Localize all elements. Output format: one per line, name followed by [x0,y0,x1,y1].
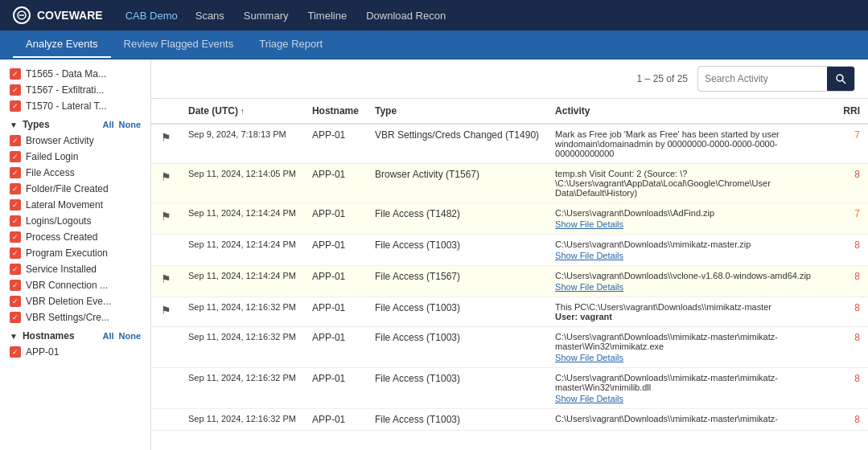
checkbox-folder-file[interactable]: ✓ [10,183,21,194]
flag-cell [151,409,180,431]
activity-cell: This PC\C:\Users\vagrant\Downloads\\mimi… [547,297,835,327]
checkbox-lateral[interactable]: ✓ [10,199,21,211]
nav-summary[interactable]: Summary [242,6,290,25]
checkbox-t1565[interactable]: ✓ [10,68,21,80]
sidebar-label-logins: Logins/Logouts [26,215,141,227]
activity-cell: C:\Users\vagrant\Downloads\\mimikatz-mas… [547,368,835,409]
table-row: Sep 11, 2024, 12:14:24 PMAPP-01File Acce… [151,235,868,266]
date-cell: Sep 11, 2024, 12:16:32 PM [180,297,304,327]
logo-circle [13,6,31,24]
sidebar-item-vbr-deletion[interactable]: ✓ VBR Deletion Eve... [0,293,150,309]
checkbox-vbr-settings[interactable]: ✓ [10,312,21,323]
sidebar-item-browser-activity[interactable]: ✓ Browser Activity [0,133,150,149]
hostname-cell: APP-01 [304,164,367,203]
sidebar-item-vbr-settings[interactable]: ✓ VBR Settings/Cre... [0,309,150,325]
hostnames-none-link[interactable]: None [119,331,142,341]
nav-scans[interactable]: Scans [194,6,226,25]
nav-timeline[interactable]: Timeline [306,6,348,25]
sidebar-label-t1565: T1565 - Data Ma... [26,68,141,80]
flag-icon[interactable]: ⚑ [161,131,171,144]
checkbox-file-access[interactable]: ✓ [10,167,21,178]
sidebar-item-t1565[interactable]: ✓ T1565 - Data Ma... [0,66,150,82]
hostnames-section: ▼ Hostnames All None [0,325,150,344]
type-cell: File Access (T1482) [367,203,547,235]
types-all-link[interactable]: All [102,120,113,129]
table-row: Sep 11, 2024, 12:16:32 PMAPP-01File Acce… [151,327,868,368]
sidebar: ✓ T1565 - Data Ma... ✓ T1567 - Exfiltrat… [0,59,151,450]
checkbox-browser[interactable]: ✓ [10,135,21,146]
col-hostname: Hostname [304,99,367,124]
date-cell: Sep 11, 2024, 12:14:24 PM [180,203,304,235]
activity-cell: Mark as Free job 'Mark as Free' has been… [547,124,835,164]
types-none-link[interactable]: None [119,120,142,129]
type-cell: File Access (T1003) [367,368,547,409]
sidebar-item-t1570[interactable]: ✓ T1570 - Lateral T... [0,98,150,114]
events-table-wrap: Date (UTC) Hostname Type Activity RRI ⚑S… [151,99,868,450]
search-box [697,66,855,92]
sidebar-label-service: Service Installed [26,264,141,275]
sidebar-item-failed-login[interactable]: ✓ Failed Login [0,149,150,165]
checkbox-t1567[interactable]: ✓ [10,84,21,96]
col-date[interactable]: Date (UTC) [180,99,304,124]
tab-bar: Analyze Events Review Flagged Events Tri… [0,31,868,59]
flag-icon[interactable]: ⚑ [161,210,171,223]
tab-triage-report[interactable]: Triage Report [246,31,335,58]
sidebar-item-app01[interactable]: ✓ APP-01 [0,344,150,360]
sidebar-item-t1567[interactable]: ✓ T1567 - Exfiltrati... [0,82,150,98]
hostnames-toggle: ▼ [10,332,18,341]
checkbox-failed-login[interactable]: ✓ [10,151,21,162]
hostnames-all-link[interactable]: All [102,331,113,341]
checkbox-app01[interactable]: ✓ [10,346,21,358]
sidebar-item-folder-file-created[interactable]: ✓ Folder/File Created [0,181,150,197]
types-links: All None [102,120,141,129]
checkbox-logins[interactable]: ✓ [10,215,21,227]
show-file-details-link[interactable]: Show File Details [555,282,827,292]
table-row: ⚑Sep 9, 2024, 7:18:13 PMAPP-01VBR Settin… [151,124,868,164]
type-cell: File Access (T1003) [367,297,547,327]
sidebar-item-program-execution[interactable]: ✓ Program Execution [0,245,150,261]
col-activity: Activity [547,99,835,124]
flag-icon[interactable]: ⚑ [161,170,171,183]
checkbox-process[interactable]: ✓ [10,231,21,243]
events-table: Date (UTC) Hostname Type Activity RRI ⚑S… [151,99,868,431]
tab-analyze-events[interactable]: Analyze Events [13,31,111,58]
sidebar-item-file-access[interactable]: ✓ File Access [0,165,150,181]
type-cell: File Access (T1567) [367,266,547,297]
type-cell: VBR Settings/Creds Changed (T1490) [367,124,547,164]
checkbox-program[interactable]: ✓ [10,248,21,259]
activity-cell: C:\Users\vagrant\Downloads\\mimikatz-mas… [547,409,835,431]
show-file-details-link[interactable]: Show File Details [555,394,827,403]
show-file-details-link[interactable]: Show File Details [555,251,827,260]
checkbox-t1570[interactable]: ✓ [10,100,21,112]
checkbox-vbr-del[interactable]: ✓ [10,296,21,307]
activity-cell: temp.sh Visit Count: 2 (Source: \?\C:\Us… [547,164,835,203]
search-button[interactable] [827,66,854,92]
col-rri: RRI [835,99,868,124]
date-cell: Sep 9, 2024, 7:18:13 PM [180,124,304,164]
logo: COVEWARE [13,6,103,24]
toolbar: 1 – 25 of 25 [151,59,868,99]
sidebar-item-lateral-movement[interactable]: ✓ Lateral Movement [0,197,150,213]
flag-icon[interactable]: ⚑ [161,272,171,285]
nav-download-recon[interactable]: Download Recon [364,6,447,25]
sidebar-item-vbr-connection[interactable]: ✓ VBR Connection ... [0,277,150,293]
table-row: ⚑Sep 11, 2024, 12:14:24 PMAPP-01File Acc… [151,266,868,297]
checkbox-service[interactable]: ✓ [10,264,21,275]
sidebar-item-service-installed[interactable]: ✓ Service Installed [0,261,150,277]
show-file-details-link[interactable]: Show File Details [555,219,827,229]
flag-icon[interactable]: ⚑ [161,304,171,317]
rri-cell: 7 [835,124,868,164]
sidebar-item-logins-logouts[interactable]: ✓ Logins/Logouts [0,213,150,229]
flag-cell: ⚑ [151,124,180,164]
show-file-details-link[interactable]: Show File Details [555,353,827,362]
rri-cell: 8 [835,235,868,266]
sidebar-item-process-created[interactable]: ✓ Process Created [0,229,150,245]
date-cell: Sep 11, 2024, 12:16:32 PM [180,327,304,368]
flag-cell [151,368,180,409]
sidebar-label-failed-login: Failed Login [26,151,141,162]
checkbox-vbr-conn[interactable]: ✓ [10,280,21,291]
rri-cell: 8 [835,297,868,327]
hostnames-heading: Hostnames [23,330,75,342]
tab-review-flagged-events[interactable]: Review Flagged Events [111,31,247,58]
search-input[interactable] [698,73,827,84]
